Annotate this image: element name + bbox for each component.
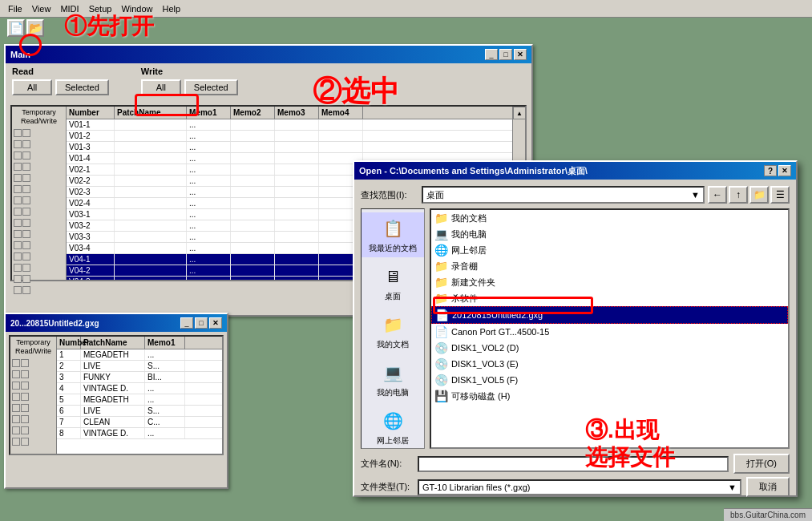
write-all-button[interactable]: All	[141, 79, 181, 95]
list-item[interactable]: 📄20120815Untitled2.gxg	[431, 306, 788, 324]
filename-input[interactable]	[418, 456, 729, 472]
col-memo1: Memo1	[187, 107, 231, 119]
sidebar-recent[interactable]: 📋 我最近的文档	[362, 212, 424, 257]
file-icon-drive: 💿	[434, 357, 448, 370]
file-name: Canon Port GT...4500-15	[451, 327, 549, 337]
dialog-sidebar: 📋 我最近的文档 🖥 桌面 📁 我的文档 💻 我的电脑 🌐 网上邻	[361, 208, 425, 449]
table-row[interactable]: 8VINTAGE D....	[57, 428, 222, 439]
dialog-titlebar[interactable]: Open - C:\Documents and Settings\Adminis…	[354, 162, 796, 180]
list-item[interactable]: 📁录音棚	[431, 258, 788, 274]
file-max-button[interactable]: □	[195, 317, 208, 329]
network-label: 网上邻居	[377, 435, 409, 446]
col-memo3: Memo3	[275, 107, 319, 119]
file-name: 网上邻居	[451, 244, 487, 256]
recent-label: 我最近的文档	[369, 243, 417, 254]
file-table-area: Temporary Read/Write Number PatchName Me…	[9, 335, 224, 455]
file-icon-drive: 💿	[434, 341, 448, 354]
list-item[interactable]: 🌐网上邻居	[431, 242, 788, 258]
table-row[interactable]: V01-1...	[67, 119, 512, 131]
cancel-button[interactable]: 取消	[746, 477, 790, 497]
file-icon-file: 📄	[435, 309, 449, 321]
list-item[interactable]: 💿DISK1_VOL2 (D)	[431, 340, 788, 356]
write-group: Write All Selected	[141, 67, 238, 95]
list-item[interactable]: 📁新建文件夹	[431, 274, 788, 290]
table-row[interactable]: V01-3...	[67, 142, 512, 153]
file-min-button[interactable]: _	[180, 317, 193, 329]
look-in-combo[interactable]: 桌面 ▼	[422, 186, 705, 204]
filetype-combo[interactable]: GT-10 Librarian files (*.gxg) ▼	[418, 479, 741, 495]
file-titlebar[interactable]: 20...20815Untitled2.gxg _ □ ✕	[6, 314, 227, 332]
write-selected-button[interactable]: Selected	[184, 79, 238, 95]
table-row[interactable]: 1MEGADETH...	[57, 349, 222, 361]
dialog-title: Open - C:\Documents and Settings\Adminis…	[359, 165, 588, 177]
sidebar-network[interactable]: 🌐 网上邻居	[362, 405, 424, 450]
read-selected-button[interactable]: Selected	[55, 79, 109, 95]
read-all-button[interactable]: All	[12, 79, 52, 95]
sidebar-mydocs[interactable]: 📁 我的文档	[362, 309, 424, 353]
view-button[interactable]: ☰	[770, 186, 790, 204]
toolbar-new[interactable]: 📄	[7, 19, 25, 37]
file-title: 20...20815Untitled2.gxg	[10, 319, 99, 328]
read-label: Read	[12, 67, 109, 76]
menu-view[interactable]: View	[27, 2, 56, 15]
col-patchname: PatchName	[115, 107, 187, 119]
list-item[interactable]: 💿DISK1_VOL5 (F)	[431, 372, 788, 388]
list-item[interactable]: 📁我的文档	[431, 210, 788, 226]
menu-file[interactable]: File	[3, 2, 27, 15]
new-folder-button[interactable]: 📁	[749, 186, 769, 204]
menu-setup[interactable]: Setup	[84, 2, 117, 15]
main-titlebar[interactable]: Main _ □ ✕	[6, 46, 531, 63]
file-close-button[interactable]: ✕	[209, 317, 222, 329]
dialog-help-button[interactable]: ?	[764, 165, 777, 176]
file-icon-folder: 📁	[434, 212, 448, 224]
file-name: 可移动磁盘 (H)	[451, 390, 510, 402]
filename-row: 文件名(N): 打开(O)	[361, 454, 790, 474]
minimize-button[interactable]: _	[485, 49, 498, 60]
filetype-value: GT-10 Librarian files (*.gxg)	[422, 483, 531, 492]
watermark-text: bbs.GuitarChina.com	[730, 511, 806, 519]
list-item[interactable]: 💿DISK1_VOL3 (E)	[431, 356, 788, 372]
back-button[interactable]: ←	[708, 186, 727, 204]
list-item[interactable]: 📄Canon Port GT...4500-15	[431, 324, 788, 340]
file-temp-label: Temporary	[12, 338, 55, 347]
table-row[interactable]: 7CLEANC...	[57, 417, 222, 428]
maximize-button[interactable]: □	[499, 49, 512, 60]
file-name: 杀软件	[451, 293, 478, 305]
table-row[interactable]: 4VINTAGE D....	[57, 383, 222, 394]
list-item[interactable]: 📁杀软件	[431, 290, 788, 306]
write-label: Write	[141, 67, 238, 76]
look-in-value: 桌面	[426, 189, 444, 201]
file-rw-label: Read/Write	[12, 347, 55, 356]
file-data-area: Number PatchName Memo1 1MEGADETH...2LIVE…	[57, 337, 222, 454]
table-row[interactable]: 2LIVES...	[57, 361, 222, 372]
sidebar-desktop[interactable]: 🖥 桌面	[362, 260, 424, 305]
desktop-label: 桌面	[385, 291, 401, 302]
temp-rw-column: Temporary Read/Write	[12, 107, 67, 280]
list-item[interactable]: 💾可移动磁盘 (H)	[431, 388, 788, 404]
dialog-close-button[interactable]: ✕	[778, 165, 791, 176]
list-item[interactable]: 💻我的电脑	[431, 226, 788, 242]
table-row[interactable]: 6LIVES...	[57, 406, 222, 417]
sidebar-mycomputer[interactable]: 💻 我的电脑	[362, 357, 424, 402]
menu-help[interactable]: Help	[158, 2, 186, 15]
open-button[interactable]: 打开(O)	[733, 454, 790, 474]
file-icon-folder: 📁	[434, 260, 448, 273]
file-list[interactable]: 📁我的文档💻我的电脑🌐网上邻居📁录音棚📁新建文件夹📁杀软件📄20120815Un…	[430, 208, 790, 449]
network-icon: 🌐	[380, 408, 406, 434]
table-row[interactable]: V01-2...	[67, 131, 512, 142]
close-button[interactable]: ✕	[514, 49, 527, 60]
dialog-main: 📋 我最近的文档 🖥 桌面 📁 我的文档 💻 我的电脑 🌐 网上邻	[361, 208, 790, 449]
mydocs-icon: 📁	[380, 312, 406, 337]
table-row[interactable]: 5MEGADETH...	[57, 394, 222, 406]
menu-window[interactable]: Window	[116, 2, 157, 15]
file-name: DISK1_VOL2 (D)	[451, 343, 519, 353]
menu-midi[interactable]: MIDI	[55, 2, 83, 15]
up-button[interactable]: ↑	[729, 186, 748, 204]
rw-panel: Read All Selected Write All Selected	[6, 63, 531, 99]
temp-label: Temporary	[14, 108, 64, 117]
table-row[interactable]: 3FUNKYBI...	[57, 372, 222, 383]
open-dialog: Open - C:\Documents and Settings\Adminis…	[353, 160, 798, 497]
file-name: 我的文档	[451, 212, 487, 224]
filename-label: 文件名(N):	[361, 458, 413, 470]
toolbar-open[interactable]: 📂	[26, 19, 44, 37]
